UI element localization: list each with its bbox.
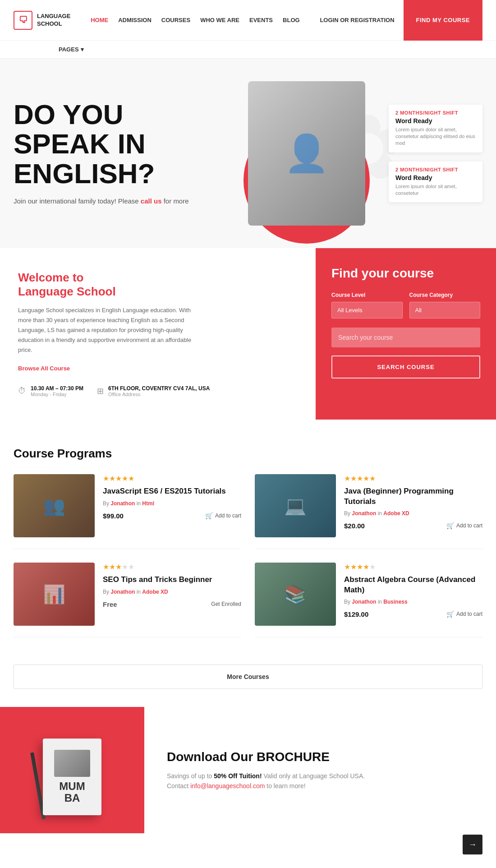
course-card-1: 👥 ★★★★★ JavaScript ES6 / ES2015 Tutorial… xyxy=(14,474,241,549)
hero-card-1: 2 MONTHS/NIGHT SHIFT Word Ready Lorem ip… xyxy=(389,105,482,152)
course-info-3: ★★★★★ SEO Tips and Tricks Beginner By Jo… xyxy=(103,563,241,608)
add-to-cart-1[interactable]: 🛒 Add to cart xyxy=(205,512,241,519)
course-info-2: ★★★★★ Java (Beginner) Programming Tutori… xyxy=(344,474,482,529)
brochure-email[interactable]: info@languageschool.com xyxy=(190,782,265,790)
time-label: 10.30 AM – 07:30 PM xyxy=(31,385,83,392)
browse-all-course-link[interactable]: Browse All Course xyxy=(18,365,70,372)
category-label: Course Category xyxy=(409,292,481,298)
cart-icon-4: 🛒 xyxy=(446,610,454,618)
find-my-course-button[interactable]: FIND MY COURSE xyxy=(404,0,482,41)
location-label: 6TH FLOOR, COVENTRY CV4 7AL, USA xyxy=(108,385,210,392)
shift-desc-1: Lorem ipsum dolor sit amet, consetetur a… xyxy=(395,126,476,147)
login-link[interactable]: LOGIN xyxy=(320,17,338,23)
location-info: ⊞ 6TH FLOOR, COVENTRY CV4 7AL, USA Offic… xyxy=(97,385,210,397)
nav-admission[interactable]: ADMISSION xyxy=(118,17,152,23)
shift-label-1: 2 MONTHS/NIGHT SHIFT xyxy=(395,110,476,115)
thumb-image-4: 📚 xyxy=(255,563,336,626)
brochure-book-image xyxy=(54,750,90,777)
more-courses-button[interactable]: More Courses xyxy=(14,665,482,689)
header: 🗨 LANGUAGE SCHOOL HOME ADMISSION COURSES… xyxy=(0,0,496,41)
course-card-4: 📚 ★★★★★ Abstract Algebra Course (Advance… xyxy=(255,563,482,637)
course-name-4[interactable]: Abstract Algebra Course (Advanced Math) xyxy=(344,575,482,595)
course-thumb-4: 📚 xyxy=(255,563,336,626)
course-footer-3: Free Get Enrolled xyxy=(103,600,241,608)
call-us-link[interactable]: call us xyxy=(141,197,162,205)
chevron-down-icon: ▾ xyxy=(81,46,84,53)
courses-section: Course Programs 👥 ★★★★★ JavaScript ES6 /… xyxy=(0,420,496,665)
add-to-cart-2[interactable]: 🛒 Add to cart xyxy=(446,522,482,529)
time-sub: Monday - Friday xyxy=(31,392,83,397)
find-course-panel: Find your course Course Level All Levels… xyxy=(316,248,496,420)
thumb-image-1: 👥 xyxy=(14,474,95,537)
nav-who-we-are[interactable]: WHO WE ARE xyxy=(200,17,239,23)
header-right: LOGIN OR REGISTRATION FIND MY COURSE xyxy=(320,0,482,41)
find-course-title: Find your course xyxy=(331,266,480,281)
more-courses-wrap: More Courses xyxy=(0,665,496,707)
hero-title: DO YOU SPEAK IN ENGLISH? xyxy=(14,100,225,188)
nav-courses[interactable]: COURSES xyxy=(161,17,190,23)
logo-area: 🗨 LANGUAGE SCHOOL xyxy=(14,11,70,30)
course-info-4: ★★★★★ Abstract Algebra Course (Advanced … xyxy=(344,563,482,618)
course-name-1[interactable]: JavaScript ES6 / ES2015 Tutorials xyxy=(103,486,241,496)
hero-center: 👤 xyxy=(225,81,389,226)
course-author-1: By Jonathon in Html xyxy=(103,500,241,507)
course-name-3[interactable]: SEO Tips and Tricks Beginner xyxy=(103,575,241,585)
level-label: Course Level xyxy=(331,292,403,298)
location-sub: Office Address xyxy=(108,392,210,397)
courses-section-title: Course Programs xyxy=(14,447,482,461)
welcome-body: Language School specializes in English L… xyxy=(18,305,198,355)
nav-blog[interactable]: BLOG xyxy=(283,17,300,23)
course-price-4: $129.00 xyxy=(344,610,368,618)
course-rating-2: ★★★★★ xyxy=(344,474,482,483)
logo-icon: 🗨 xyxy=(14,11,32,30)
level-filter: Course Level All Levels Beginner Interme… xyxy=(331,292,403,319)
pages-dropdown[interactable]: PAGES ▾ xyxy=(59,46,84,53)
welcome-left: Welcome to Language School Language Scho… xyxy=(0,248,316,420)
brochure-body: Savings of up to 50% Off Tuition! Valid … xyxy=(167,771,374,791)
course-thumb-2: 💻 xyxy=(255,474,336,537)
course-footer-4: $129.00 🛒 Add to cart xyxy=(344,610,482,618)
level-select[interactable]: All Levels Beginner Intermediate Advance… xyxy=(331,302,403,319)
welcome-title: Welcome to Language School xyxy=(18,271,298,299)
course-price-3: Free xyxy=(103,600,117,608)
welcome-info: ⏱ 10.30 AM – 07:30 PM Monday - Friday ⊞ … xyxy=(18,385,298,397)
welcome-section: Welcome to Language School Language Scho… xyxy=(0,248,496,420)
cart-icon-2: 🛒 xyxy=(446,522,454,529)
or-separator: OR xyxy=(340,17,350,23)
nav-second-row: PAGES ▾ xyxy=(0,41,496,59)
brochure-left: MUMBA xyxy=(0,707,144,833)
logo-text: LANGUAGE SCHOOL xyxy=(37,13,70,28)
hero-section: ✿ DO YOU SPEAK IN ENGLISH? Join our inte… xyxy=(0,59,496,248)
category-select[interactable]: All HTML Adobe XD Business xyxy=(409,302,481,319)
category-filter: Course Category All HTML Adobe XD Busine… xyxy=(409,292,481,319)
hero-subtitle: Join our international family today! Ple… xyxy=(14,197,225,205)
search-input-wrap xyxy=(331,328,480,347)
course-thumb-1: 👥 xyxy=(14,474,95,537)
course-filters: Course Level All Levels Beginner Interme… xyxy=(331,292,480,319)
nav-home[interactable]: HOME xyxy=(91,17,108,23)
course-author-2: By Jonathon in Adobe XD xyxy=(344,510,482,517)
location-icon: ⊞ xyxy=(97,386,104,396)
search-course-button[interactable]: SEARCH COURSE xyxy=(331,356,480,379)
course-rating-4: ★★★★★ xyxy=(344,563,482,571)
brochure-section: MUMBA Download Our BROCHURE Savings of u… xyxy=(0,707,496,833)
course-author-4: By Jonathon in Business xyxy=(344,599,482,605)
course-info-1: ★★★★★ JavaScript ES6 / ES2015 Tutorials … xyxy=(103,474,241,519)
brochure-book: MUMBA xyxy=(43,739,101,815)
main-nav: HOME ADMISSION COURSES WHO WE ARE EVENTS… xyxy=(91,17,299,23)
person-placeholder: 👤 xyxy=(284,132,329,175)
shift-label-2: 2 MONTHS/NIGHT SHIFT xyxy=(395,167,476,172)
search-course-input[interactable] xyxy=(331,328,480,347)
hero-person-image: 👤 xyxy=(248,81,365,226)
hero-right: 2 MONTHS/NIGHT SHIFT Word Ready Lorem ip… xyxy=(389,105,482,203)
add-to-cart-4[interactable]: 🛒 Add to cart xyxy=(446,610,482,618)
course-card-2: 💻 ★★★★★ Java (Beginner) Programming Tuto… xyxy=(255,474,482,549)
registration-link[interactable]: REGISTRATION xyxy=(350,17,394,23)
course-price-1: $99.00 xyxy=(103,512,124,520)
nav-events[interactable]: EVENTS xyxy=(249,17,273,23)
course-thumb-3: 📊 xyxy=(14,563,95,626)
get-enrolled-3[interactable]: Get Enrolled xyxy=(211,601,241,607)
course-name-2[interactable]: Java (Beginner) Programming Tutorials xyxy=(344,486,482,506)
login-registration: LOGIN OR REGISTRATION xyxy=(320,17,394,23)
hero-left: DO YOU SPEAK IN ENGLISH? Join our intern… xyxy=(14,100,225,207)
